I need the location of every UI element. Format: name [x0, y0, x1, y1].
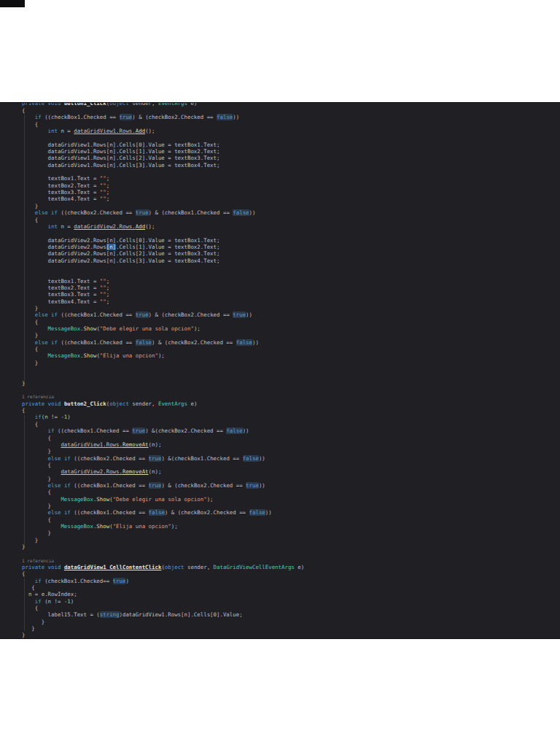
code-line: int n = dataGridView2.Rows.Add(); — [22, 223, 560, 230]
code-token: dataGridView2.Rows. — [74, 223, 136, 230]
code-line: } — [22, 530, 560, 536]
code-line: int n = dataGridView1.Rows.Add(); — [22, 128, 560, 134]
code-line: label15.Text = (string)dataGridView1.Row… — [22, 611, 560, 618]
code-token: "Debe elegir una sola opcion" — [113, 496, 207, 503]
code-line: dataGridView1.Rows[n].Cells[0].Value = t… — [22, 142, 560, 148]
code-token — [22, 427, 48, 434]
code-token: if — [35, 114, 42, 120]
code-line: { — [22, 605, 560, 611]
code-token: )) — [265, 509, 272, 516]
code-token: e) — [295, 564, 304, 570]
code-line: { — [22, 516, 560, 523]
code-line: if ((checkBox1.Checked == true) &(checkB… — [22, 427, 560, 434]
code-token: Show — [96, 523, 109, 530]
code-token: } — [22, 503, 51, 509]
code-token: ); — [207, 496, 214, 503]
code-token: } — [22, 380, 25, 387]
code-line: if ((checkBox1.Checked == true) & (check… — [22, 114, 560, 120]
code-token: )dataGridView1.Rows[n].Cells[ — [120, 611, 214, 618]
code-token: dataGridView2.Rows. — [61, 468, 122, 475]
code-token: false — [217, 114, 233, 120]
code-token: .Cells[ — [116, 244, 139, 250]
code-token: ; — [106, 189, 109, 196]
code-token: { — [22, 407, 25, 414]
code-token: e) — [187, 103, 197, 107]
code-line: MessageBox.Show("Elija una opcion"); — [22, 523, 560, 530]
code-token: "" — [100, 278, 106, 285]
code-line: dataGridView1.Rows[n].Cells[1].Value = t… — [22, 148, 560, 155]
code-token: ].Value; — [217, 611, 243, 618]
code-token: } — [22, 203, 38, 209]
code-token: dataGridView1.Rows[n].Cells[ — [22, 148, 139, 155]
code-token: else — [35, 339, 48, 346]
code-token: ; — [106, 196, 109, 202]
code-token: false — [249, 509, 265, 516]
code-line: { — [22, 319, 560, 325]
code-token: button1_Click — [64, 103, 106, 107]
code-token: ) & (checkBox2.Checked == — [132, 114, 217, 120]
code-token: { — [22, 489, 51, 495]
code-token: ((checkBox1.Checked == — [42, 114, 120, 120]
code-line: textBox1.Text = ""; — [22, 175, 560, 182]
code-token: Show — [84, 352, 97, 359]
code-token: private — [22, 564, 44, 570]
code-token: } — [22, 448, 51, 454]
code-line: else if ((checkBox2.Checked == true) & (… — [22, 209, 560, 216]
code-token: ); — [171, 523, 178, 530]
code-line: dataGridView2.Rows[n].Cells[2].Value = t… — [22, 250, 560, 257]
code-token: )) — [246, 311, 252, 318]
code-line: { — [22, 107, 560, 114]
code-line: MessageBox.Show("Debe elegir una sola op… — [22, 496, 560, 503]
code-token — [22, 496, 61, 503]
code-token: true — [136, 209, 149, 216]
code-token: "" — [100, 182, 106, 189]
code-token: else — [35, 311, 48, 318]
code-token: sender, — [129, 400, 158, 407]
code-token: ((checkBox1.Checked == — [71, 509, 149, 516]
code-token: "Elija una opcion" — [113, 523, 171, 530]
code-token: true — [233, 311, 246, 318]
code-line: textBox4.Text = ""; — [22, 196, 560, 202]
code-token: } — [22, 530, 51, 536]
code-token: ((checkBox2.Checked == — [71, 455, 149, 462]
code-line: { — [22, 121, 560, 128]
code-token: (checkBox1.Checked== — [42, 578, 113, 584]
code-token: string — [100, 611, 120, 618]
code-token: void — [48, 564, 61, 570]
code-token: "" — [100, 285, 106, 291]
code-line: { — [22, 570, 560, 577]
code-token: true — [246, 482, 259, 489]
code-token: ].Value = textBox1.Text; — [142, 237, 220, 244]
code-token: false — [226, 427, 242, 434]
code-token — [22, 455, 48, 462]
code-token: "" — [100, 291, 106, 298]
code-line — [22, 230, 560, 236]
code-token: if — [35, 414, 42, 420]
code-token: dataGridView1.Rows[n].Cells[ — [22, 142, 139, 148]
code-line — [22, 373, 560, 379]
code-token: 1 referencia — [22, 558, 54, 563]
code-token: button2_Click — [64, 400, 106, 407]
code-token: private — [22, 400, 44, 407]
code-token: "Debe elegir una sola opcion" — [100, 325, 194, 332]
code-token — [22, 468, 61, 475]
code-token: } — [22, 476, 51, 482]
code-token: textBox4.Text = — [22, 196, 100, 202]
code-line: textBox2.Text = ""; — [22, 182, 560, 189]
code-token: else — [48, 482, 61, 489]
code-line: textBox3.Text = ""; — [22, 291, 560, 298]
code-token: textBox3.Text = — [22, 291, 100, 298]
code-line: } — [22, 360, 560, 366]
code-line: } — [22, 537, 560, 543]
code-token: ) & (checkBox2.Checked == — [161, 482, 246, 489]
code-token: textBox3.Text = — [22, 189, 100, 196]
code-token: object — [109, 400, 129, 407]
code-token: ; — [106, 298, 109, 305]
code-token: if — [48, 427, 55, 434]
code-line: dataGridView2.Rows[n].Cells[0].Value = t… — [22, 237, 560, 244]
code-token: (n != — [42, 598, 64, 605]
code-token: { — [22, 346, 38, 352]
code-token: } — [22, 632, 25, 638]
code-token: ; — [106, 278, 109, 285]
code-line: dataGridView2.Rows.RemoveAt(n); — [22, 468, 560, 475]
